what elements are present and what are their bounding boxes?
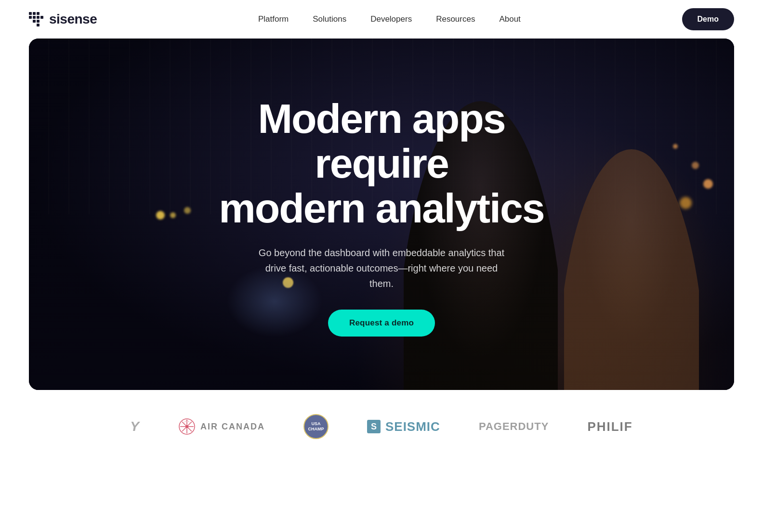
brand-name: sisense: [49, 12, 97, 27]
logo-dot: [37, 20, 39, 23]
main-nav: Platform Solutions Developers Resources …: [258, 14, 521, 24]
logo-dot: [40, 16, 43, 19]
seismic-icon: S: [367, 420, 381, 433]
logo-dot: [40, 12, 43, 15]
logo-dot: [29, 16, 32, 19]
seismic-text: Seismic: [385, 419, 440, 434]
air-canada-text: AIR CANADA: [200, 422, 265, 432]
logo-dot: [33, 20, 36, 23]
logo-dot: [33, 24, 36, 26]
logo-dot: [29, 24, 32, 26]
request-demo-button[interactable]: Request a demo: [328, 310, 435, 337]
hero-section: Modern apps require modern analytics Go …: [29, 39, 734, 390]
navbar: sisense Platform Solutions Developers Re…: [0, 0, 763, 39]
logo-dot: [29, 20, 32, 23]
svg-line-7: [184, 420, 187, 423]
nav-resources[interactable]: Resources: [436, 14, 475, 24]
hero-subtitle: Go beyond the dashboard with embeddable …: [256, 245, 507, 291]
logo-dot: [33, 12, 36, 15]
partial-logo: y: [130, 419, 140, 434]
nav-platform[interactable]: Platform: [258, 14, 289, 24]
logo-dot: [40, 20, 43, 23]
pagerduty-logo: PagerDuty: [479, 420, 549, 433]
air-canada-icon: [178, 418, 196, 435]
usa-badge-icon: USACHAMP: [303, 414, 329, 439]
philips-logo: PHILIF: [587, 419, 632, 434]
nav-about[interactable]: About: [499, 14, 520, 24]
logo-dot: [37, 24, 39, 26]
logo-dot: [29, 12, 32, 15]
usa-badge-logo: USACHAMP: [303, 414, 329, 439]
logo-dot: [37, 16, 39, 19]
hero-title: Modern apps require modern analytics: [194, 96, 569, 231]
partial-logo-text: y: [130, 419, 140, 434]
nav-developers[interactable]: Developers: [370, 14, 412, 24]
logo-dot: [37, 12, 39, 15]
philips-text: PHILIF: [587, 419, 632, 434]
logos-bar: y AIR CANADA USACHAMP S Seismic: [0, 390, 763, 463]
logo-dot: [40, 24, 43, 26]
demo-button[interactable]: Demo: [682, 8, 734, 30]
pagerduty-text: PagerDuty: [479, 420, 549, 433]
air-canada-logo: AIR CANADA: [178, 418, 265, 435]
hero-title-line2: modern analytics: [219, 185, 544, 231]
seismic-logo: S Seismic: [367, 419, 440, 434]
usa-badge-text: USACHAMP: [308, 421, 324, 432]
logo-dot: [33, 16, 36, 19]
logo-grid-icon: [29, 12, 43, 26]
logo-area: sisense: [29, 12, 97, 27]
hero-title-line1: Modern apps require: [258, 95, 505, 186]
hero-content: Modern apps require modern analytics Go …: [29, 39, 734, 337]
svg-line-6: [187, 420, 190, 423]
nav-solutions[interactable]: Solutions: [313, 14, 346, 24]
